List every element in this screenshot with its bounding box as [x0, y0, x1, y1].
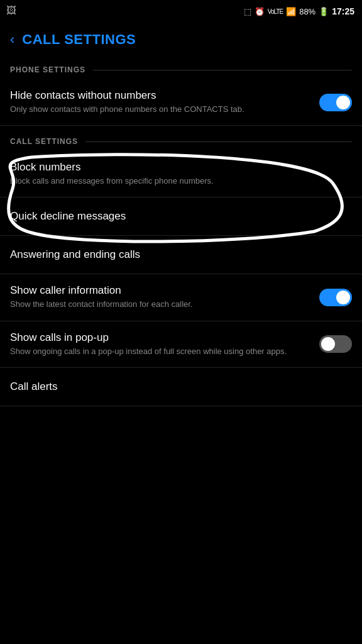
setting-text-hide-contacts: Hide contacts without numbers Only show … — [10, 89, 319, 115]
alarm-icon: ⏰ — [255, 7, 265, 16]
setting-item-show-calls-popup[interactable]: Show calls in pop-up Show ongoing calls … — [0, 321, 362, 368]
setting-title-quick-decline: Quick decline messages — [10, 210, 126, 223]
photo-icon: 🖼 — [6, 5, 16, 16]
section-divider — [85, 142, 352, 142]
settings-container: PHONE SETTINGS Hide contacts without num… — [0, 54, 362, 406]
toggle-knob-show-caller-info — [336, 291, 350, 304]
toggle-show-calls-popup[interactable] — [319, 335, 352, 353]
battery-percent: 88% — [299, 7, 315, 16]
page-title: CALL SETTINGS — [22, 31, 136, 48]
section-label: CALL SETTINGS — [10, 137, 78, 146]
setting-text-block-numbers: Block numbers Block calls and messages f… — [10, 161, 352, 187]
toggle-hide-contacts[interactable] — [319, 94, 352, 111]
setting-title-block-numbers: Block numbers — [10, 161, 344, 174]
setting-title-show-calls-popup: Show calls in pop-up — [10, 331, 312, 344]
toggle-knob-show-calls-popup — [321, 337, 335, 351]
setting-title-hide-contacts: Hide contacts without numbers — [10, 89, 312, 102]
status-bar: 🖼 ⬚ ⏰ VoLTE 📶 88% 🔋 17:25 — [0, 0, 362, 23]
setting-title-call-alerts: Call alerts — [10, 380, 58, 393]
setting-item-show-caller-info[interactable]: Show caller information Show the latest … — [0, 274, 362, 321]
setting-item-call-alerts[interactable]: Call alerts — [0, 368, 362, 406]
setting-item-block-numbers[interactable]: Block numbers Block calls and messages f… — [0, 151, 362, 197]
setting-item-answering-ending[interactable]: Answering and ending calls — [0, 236, 362, 274]
setting-title-show-caller-info: Show caller information — [10, 284, 312, 297]
toggle-show-caller-info[interactable] — [319, 289, 352, 306]
section-label: PHONE SETTINGS — [10, 65, 85, 74]
setting-subtitle-hide-contacts: Only show contacts with phone numbers on… — [10, 104, 312, 115]
setting-text-show-caller-info: Show caller information Show the latest … — [10, 284, 319, 310]
setting-title-answering-ending: Answering and ending calls — [10, 248, 140, 261]
toggle-knob-hide-contacts — [336, 96, 350, 109]
vol-lte-icon: VoLTE — [268, 8, 283, 15]
setting-subtitle-show-caller-info: Show the latest contact information for … — [10, 299, 312, 310]
setting-item-quick-decline[interactable]: Quick decline messages — [0, 197, 362, 236]
setting-subtitle-show-calls-popup: Show ongoing calls in a pop-up instead o… — [10, 346, 312, 357]
setting-text-show-calls-popup: Show calls in pop-up Show ongoing calls … — [10, 331, 319, 357]
setting-subtitle-block-numbers: Block calls and messages from specific p… — [10, 175, 344, 187]
section-divider — [93, 70, 352, 70]
battery-icon: 🔋 — [319, 7, 329, 16]
back-button[interactable]: ‹ — [10, 31, 14, 48]
section-header-call-settings: CALL SETTINGS — [0, 126, 362, 151]
section-header-phone-settings: PHONE SETTINGS — [0, 54, 362, 79]
status-time: 17:25 — [332, 6, 354, 16]
top-nav: ‹ CALL SETTINGS — [0, 23, 362, 54]
cast-icon: ⬚ — [244, 7, 251, 16]
status-icons: ⬚ ⏰ VoLTE 📶 88% 🔋 17:25 — [244, 6, 354, 16]
setting-item-hide-contacts[interactable]: Hide contacts without numbers Only show … — [0, 79, 362, 126]
signal-icon: 📶 — [286, 7, 296, 16]
